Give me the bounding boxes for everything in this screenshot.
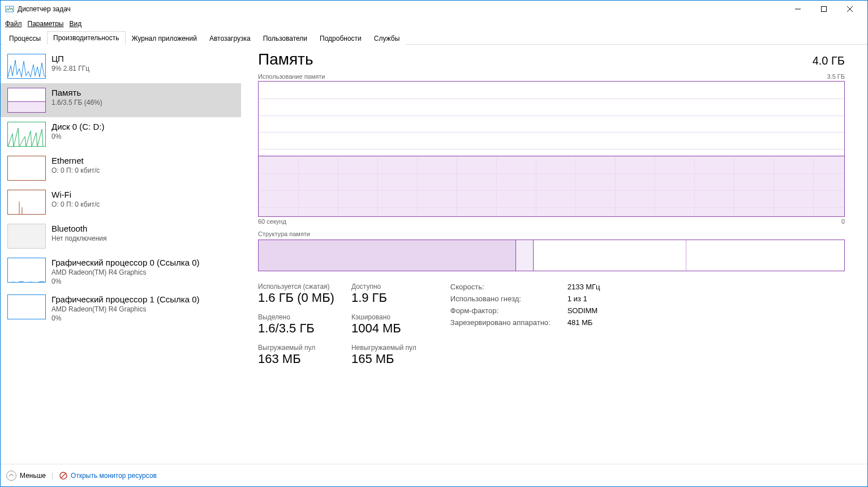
speed-key: Скорость: xyxy=(450,283,551,291)
sidebar-item-ethernet[interactable]: Ethernet О: 0 П: 0 кбит/с xyxy=(1,151,241,185)
fewer-details-button[interactable]: Меньше xyxy=(6,471,46,481)
available-label: Доступно xyxy=(351,283,416,291)
maximize-button[interactable] xyxy=(811,1,837,18)
mem-segment-used xyxy=(259,240,516,271)
cpu-title: ЦП xyxy=(51,54,89,63)
menu-view[interactable]: Вид xyxy=(69,20,81,28)
cpu-sparkline xyxy=(7,54,46,79)
sidebar-item-wifi[interactable]: Wi-Fi О: 0 П: 0 кбит/с xyxy=(1,185,241,219)
gpu1-title: Графический процессор 1 (Ссылка 0) xyxy=(51,294,200,304)
paged-value: 163 МБ xyxy=(258,352,334,366)
nonpaged-value: 165 МБ xyxy=(351,352,416,366)
tab-services[interactable]: Службы xyxy=(368,32,406,45)
tab-app-history[interactable]: Журнал приложений xyxy=(126,32,203,45)
chart-label-right: 3.5 ГБ xyxy=(827,73,845,80)
reserved-key: Зарезервировано аппаратно: xyxy=(450,318,551,327)
memory-usage-chart xyxy=(258,81,845,217)
menubar: Файл Параметры Вид xyxy=(1,18,867,30)
speed-val: 2133 МГц xyxy=(568,283,600,291)
svg-line-8 xyxy=(61,473,66,478)
sidebar-item-bluetooth[interactable]: Bluetooth Нет подключения xyxy=(1,219,241,253)
sidebar-item-gpu1[interactable]: Графический процессор 1 (Ссылка 0) AMD R… xyxy=(1,290,241,327)
cached-value: 1004 МБ xyxy=(351,321,416,336)
slots-val: 1 из 1 xyxy=(568,294,600,303)
cached-label: Кэшировано xyxy=(351,313,416,321)
app-icon xyxy=(5,5,14,14)
chart-axis-right: 0 xyxy=(841,218,845,225)
menu-options[interactable]: Параметры xyxy=(28,20,64,28)
mem-segment-standby xyxy=(534,240,686,271)
form-key: Форм-фактор: xyxy=(450,306,551,315)
ethernet-sub: О: 0 П: 0 кбит/с xyxy=(51,166,100,174)
footer-separator: | xyxy=(51,472,53,480)
content: ЦП 9% 2.81 ГГц Память 1.6/3.5 ГБ (46%) Д… xyxy=(1,45,867,464)
sidebar-item-memory[interactable]: Память 1.6/3.5 ГБ (46%) xyxy=(1,83,241,117)
page-title: Память xyxy=(258,50,313,69)
bluetooth-sub: Нет подключения xyxy=(51,234,107,242)
close-button[interactable] xyxy=(837,1,863,18)
open-resource-monitor-link[interactable]: Открыть монитор ресурсов xyxy=(59,471,157,480)
gpu1-sparkline xyxy=(7,294,46,319)
tab-startup[interactable]: Автозагрузка xyxy=(203,32,257,45)
minimize-button[interactable] xyxy=(785,1,811,18)
tabs: Процессы Производительность Журнал прило… xyxy=(1,30,867,45)
stats: Используется (сжатая) 1.6 ГБ (0 МБ) Дост… xyxy=(258,283,845,366)
bluetooth-sparkline xyxy=(7,224,46,249)
footer: Меньше | Открыть монитор ресурсов xyxy=(1,464,867,486)
form-val: SODIMM xyxy=(568,306,600,315)
slots-key: Использовано гнезд: xyxy=(450,294,551,303)
chevron-up-icon xyxy=(6,471,16,481)
gpu1-sub1: AMD Radeon(TM) R4 Graphics xyxy=(51,305,200,313)
total-memory: 4.0 ГБ xyxy=(813,54,845,67)
memory-sparkline xyxy=(7,88,46,113)
committed-value: 1.6/3.5 ГБ xyxy=(258,321,334,336)
chart-axis-left: 60 секунд xyxy=(258,218,286,225)
paged-label: Выгружаемый пул xyxy=(258,344,334,352)
sidebar-item-disk[interactable]: Диск 0 (C: D:) 0% xyxy=(1,117,241,151)
wifi-title: Wi-Fi xyxy=(51,190,100,199)
svg-rect-2 xyxy=(822,7,827,12)
available-value: 1.9 ГБ xyxy=(351,291,416,305)
sidebar-item-gpu0[interactable]: Графический процессор 0 (Ссылка 0) AMD R… xyxy=(1,253,241,290)
in-use-value: 1.6 ГБ (0 МБ) xyxy=(258,291,334,305)
struct-label: Структура памяти xyxy=(258,230,845,237)
wifi-sparkline xyxy=(7,190,46,215)
memory-composition-bar xyxy=(258,240,845,271)
chart-label-left: Использование памяти xyxy=(258,73,325,80)
tab-users[interactable]: Пользователи xyxy=(257,32,313,45)
ethernet-title: Ethernet xyxy=(51,156,100,165)
gpu0-sub2: 0% xyxy=(51,277,200,285)
sidebar: ЦП 9% 2.81 ГГц Память 1.6/3.5 ГБ (46%) Д… xyxy=(1,45,241,464)
nonpaged-label: Невыгружаемый пул xyxy=(351,344,416,352)
resmon-icon xyxy=(59,471,68,480)
gpu0-sub1: AMD Radeon(TM) R4 Graphics xyxy=(51,268,200,276)
gpu1-sub2: 0% xyxy=(51,314,200,322)
disk-title: Диск 0 (C: D:) xyxy=(51,122,104,131)
in-use-label: Используется (сжатая) xyxy=(258,283,334,291)
titlebar: Диспетчер задач xyxy=(1,1,867,18)
memory-sub: 1.6/3.5 ГБ (46%) xyxy=(51,99,102,106)
bluetooth-title: Bluetooth xyxy=(51,224,107,233)
window-title: Диспетчер задач xyxy=(18,5,785,13)
tab-performance[interactable]: Производительность xyxy=(47,31,125,45)
sidebar-item-cpu[interactable]: ЦП 9% 2.81 ГГц xyxy=(1,49,241,83)
gpu0-title: Графический процессор 0 (Ссылка 0) xyxy=(51,258,200,267)
mem-segment-modified xyxy=(516,240,534,271)
mem-segment-free xyxy=(686,240,844,271)
memory-title: Память xyxy=(51,88,102,97)
main-panel: Память 4.0 ГБ Использование памяти 3.5 Г… xyxy=(241,45,867,464)
tab-details[interactable]: Подробности xyxy=(313,32,368,45)
disk-sparkline xyxy=(7,122,46,147)
cpu-sub: 9% 2.81 ГГц xyxy=(51,65,89,72)
window-controls xyxy=(785,1,863,18)
gpu0-sparkline xyxy=(7,258,46,283)
disk-sub: 0% xyxy=(51,133,104,140)
wifi-sub: О: 0 П: 0 кбит/с xyxy=(51,200,100,208)
committed-label: Выделено xyxy=(258,313,334,321)
tab-processes[interactable]: Процессы xyxy=(3,32,47,45)
reserved-val: 481 МБ xyxy=(568,318,600,327)
menu-file[interactable]: Файл xyxy=(5,20,22,28)
ethernet-sparkline xyxy=(7,156,46,181)
